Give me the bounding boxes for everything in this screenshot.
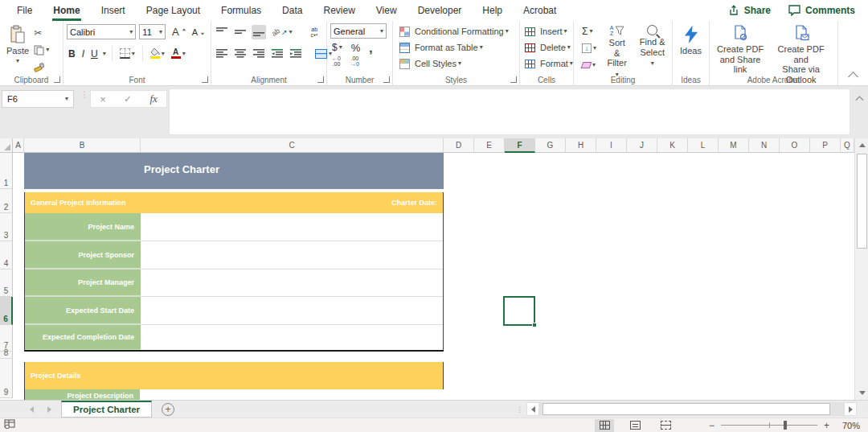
bottom-align-button[interactable] bbox=[252, 25, 266, 39]
format-cells-button[interactable]: Format▾ bbox=[538, 56, 575, 71]
scroll-down-button[interactable] bbox=[855, 386, 868, 400]
field-value-cell[interactable] bbox=[141, 241, 443, 269]
menu-tab-insert[interactable]: Insert bbox=[91, 0, 136, 21]
center-button[interactable] bbox=[233, 47, 248, 61]
bold-button[interactable]: B bbox=[67, 47, 77, 61]
add-sheet-button[interactable]: + bbox=[162, 403, 174, 416]
align-right-button[interactable] bbox=[252, 47, 266, 61]
alignment-dialog-launcher-icon[interactable] bbox=[317, 76, 324, 83]
menu-tab-view[interactable]: View bbox=[366, 0, 407, 21]
font-color-button[interactable]: A ▾ bbox=[170, 47, 187, 61]
selected-cell-outline[interactable] bbox=[503, 296, 535, 326]
column-header-K[interactable]: K bbox=[657, 138, 688, 153]
row-header-2[interactable]: 2 bbox=[0, 189, 13, 213]
column-header-B[interactable]: B bbox=[24, 138, 141, 153]
field-label-cell[interactable]: Expected Start Date bbox=[25, 297, 141, 324]
macro-record-button[interactable] bbox=[4, 419, 15, 431]
field-label-cell[interactable]: Expected Completion Date bbox=[25, 325, 141, 350]
menu-tab-acrobat[interactable]: Acrobat bbox=[513, 0, 567, 21]
column-header-N[interactable]: N bbox=[749, 138, 780, 153]
increase-font-button[interactable]: A bbox=[170, 25, 189, 39]
project-details-band[interactable]: Project Details bbox=[24, 362, 444, 389]
sheet-nav-left-button[interactable] bbox=[23, 401, 40, 418]
clipboard-dialog-launcher-icon[interactable] bbox=[54, 76, 60, 83]
decrease-decimal-button[interactable]: .00→0 bbox=[349, 54, 361, 68]
horizontal-scrollbar[interactable]: ⋮ bbox=[516, 402, 857, 416]
collapse-ribbon-icon[interactable] bbox=[848, 72, 858, 82]
view-page-break-button[interactable] bbox=[656, 419, 675, 432]
menu-tab-file[interactable]: File bbox=[6, 0, 43, 21]
column-header-M[interactable]: M bbox=[719, 138, 749, 153]
column-header-O[interactable]: O bbox=[780, 138, 810, 153]
zoom-slider[interactable] bbox=[721, 425, 817, 426]
zoom-in-button[interactable]: + bbox=[824, 420, 829, 431]
field-value-cell[interactable] bbox=[141, 269, 443, 296]
cut-button[interactable]: ✂ bbox=[32, 26, 51, 40]
row-header-8[interactable]: 8 bbox=[0, 352, 13, 359]
conditional-formatting-button[interactable]: Conditional Formatting▾ bbox=[413, 24, 510, 39]
row-header-6[interactable]: 6 bbox=[0, 297, 13, 325]
enter-button[interactable]: ✓ bbox=[124, 93, 132, 105]
menu-tab-developer[interactable]: Developer bbox=[407, 0, 473, 21]
column-header-J[interactable]: J bbox=[627, 138, 657, 153]
sheet-nav-right-button[interactable] bbox=[40, 401, 58, 418]
chevron-down-icon[interactable]: ▾ bbox=[103, 51, 106, 57]
format-painter-button[interactable] bbox=[32, 60, 51, 74]
decrease-font-button[interactable]: A bbox=[190, 25, 207, 39]
column-header-E[interactable]: E bbox=[474, 138, 505, 153]
font-size-select[interactable]: 11▾ bbox=[139, 24, 166, 39]
field-label-cell[interactable]: Project Manager bbox=[25, 269, 141, 296]
row-header-5[interactable]: 5 bbox=[0, 269, 13, 297]
sheet-tab-project-charter[interactable]: Project Charter bbox=[61, 401, 152, 418]
field-label-cell[interactable]: Project Sponsor bbox=[25, 241, 141, 269]
row-header-1[interactable]: 1 bbox=[0, 153, 13, 189]
fill-handle[interactable] bbox=[532, 323, 537, 327]
vertical-scrollbar[interactable] bbox=[854, 138, 868, 400]
menu-tab-help[interactable]: Help bbox=[472, 0, 513, 21]
fill-button[interactable]: ↓▾ bbox=[580, 41, 598, 56]
formula-bar-resize-handle[interactable]: ⋮ bbox=[80, 93, 88, 97]
column-header-H[interactable]: H bbox=[566, 138, 596, 153]
column-header-C[interactable]: C bbox=[141, 138, 444, 153]
column-header-Q[interactable]: Q bbox=[841, 138, 854, 153]
menu-tab-data[interactable]: Data bbox=[272, 0, 313, 21]
column-header-P[interactable]: P bbox=[810, 138, 841, 153]
ideas-button[interactable]: Ideas bbox=[676, 23, 706, 58]
scroll-right-button[interactable] bbox=[844, 402, 857, 416]
font-name-select[interactable]: Calibri▾ bbox=[67, 24, 136, 39]
field-label-cell[interactable]: Project Name bbox=[25, 213, 141, 241]
column-header-D[interactable]: D bbox=[444, 138, 474, 153]
decrease-indent-button[interactable] bbox=[270, 47, 285, 61]
number-format-select[interactable]: General▾ bbox=[330, 23, 387, 39]
increase-decimal-button[interactable]: ←0.00 bbox=[330, 54, 342, 68]
select-all-button[interactable] bbox=[0, 138, 13, 153]
underline-button[interactable]: U bbox=[89, 47, 100, 61]
percent-style-button[interactable]: % bbox=[350, 40, 362, 55]
field-value-cell[interactable] bbox=[141, 213, 443, 241]
name-box[interactable]: F6 ▾ bbox=[2, 90, 74, 108]
vertical-scroll-thumb[interactable] bbox=[857, 154, 867, 249]
autosum-button[interactable]: Σ▾ bbox=[580, 24, 598, 39]
accounting-format-button[interactable]: $▾ bbox=[330, 40, 344, 55]
column-header-I[interactable]: I bbox=[596, 138, 627, 153]
share-button[interactable]: Share bbox=[728, 5, 771, 16]
menu-tab-home[interactable]: Home bbox=[43, 0, 90, 21]
row-header-3[interactable]: 3 bbox=[0, 213, 13, 241]
horizontal-scroll-thumb[interactable] bbox=[542, 403, 830, 415]
fill-color-button[interactable]: ▾ bbox=[149, 47, 166, 61]
delete-cells-button[interactable]: Delete▾ bbox=[538, 40, 572, 55]
insert-cells-button[interactable]: Insert▾ bbox=[538, 24, 569, 39]
number-dialog-launcher-icon[interactable] bbox=[383, 76, 390, 83]
wrap-text-button[interactable]: abc↵ bbox=[309, 25, 320, 39]
grid-canvas[interactable]: Project Charter General Project Informat… bbox=[13, 153, 854, 400]
menu-tab-review[interactable]: Review bbox=[313, 0, 365, 21]
formula-input[interactable] bbox=[169, 88, 850, 135]
menu-tab-formulas[interactable]: Formulas bbox=[211, 0, 272, 21]
font-dialog-launcher-icon[interactable] bbox=[202, 76, 208, 83]
general-info-band[interactable]: General Project Information Charter Date… bbox=[24, 192, 444, 213]
column-header-F[interactable]: F bbox=[505, 138, 535, 153]
styles-dialog-launcher-icon[interactable] bbox=[510, 76, 517, 83]
increase-indent-button[interactable] bbox=[289, 47, 303, 61]
zoom-level[interactable]: 70% bbox=[836, 421, 860, 430]
borders-button[interactable]: ▾ bbox=[118, 47, 137, 61]
